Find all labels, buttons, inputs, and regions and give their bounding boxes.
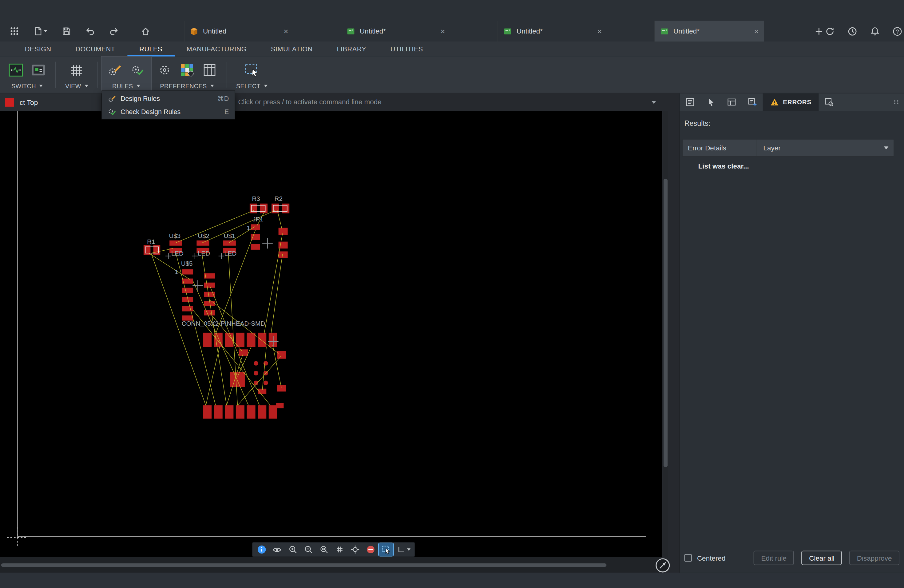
disapprove-button[interactable]: Disapprove [849,551,899,565]
menu-simulation[interactable]: SIMULATION [259,41,325,57]
rules-dropdown-menu: Design Rules ⌘D Check Design Rules E [101,90,235,119]
layer-filter-caret-icon[interactable] [884,146,888,149]
disable-stop-icon[interactable] [363,543,378,556]
tab-untitled-1[interactable]: Untitled × [184,21,293,42]
new-tab-icon[interactable] [814,25,823,38]
svg-text:U$1: U$1 [224,232,235,239]
visibility-eye-icon[interactable] [270,543,284,556]
grid-toggle-icon[interactable] [332,543,346,556]
marquee-select-tool-icon[interactable] [379,543,393,556]
toolbar-separator [55,62,56,88]
menu-library[interactable]: LIBRARY [325,41,379,57]
edit-rule-button[interactable]: Edit rule [754,551,794,565]
board-doc-icon [660,27,669,35]
rules-group[interactable]: RULES [101,57,151,93]
vertical-scrollbar[interactable] [663,111,668,557]
view-grid-icon[interactable] [69,62,85,78]
switch-schematic-icon[interactable] [8,62,24,78]
column-error-details[interactable]: Error Details [683,144,756,152]
zoom-selection-icon[interactable] [316,543,331,556]
svg-text:R1: R1 [147,238,155,245]
errors-table-header: Error Details Layer [682,139,894,157]
rules-label: RULES [112,82,133,90]
select-group[interactable]: SELECT [230,57,273,93]
design-rules-icon[interactable] [107,62,123,78]
gear-icon[interactable] [156,62,172,78]
svg-text:R3: R3 [252,195,260,202]
recent-activity-icon[interactable] [846,25,858,38]
menu-item-label: Check Design Rules [120,108,180,115]
horizontal-scrollbar[interactable] [0,557,662,573]
zoom-out-icon[interactable] [301,543,316,556]
results-label: Results: [684,119,711,127]
tab-close-icon[interactable]: × [597,27,602,35]
navigation-compass-icon[interactable] [655,558,671,573]
display-columns-icon[interactable] [202,62,217,78]
tab-untitled-3[interactable]: Untitled* × [498,21,607,42]
panel-overflow-grip-icon[interactable] [893,100,904,105]
switch-label: SWITCH [11,82,36,90]
column-layer[interactable]: Layer [756,144,884,152]
menu-rules[interactable]: RULES [127,41,174,57]
design-rules-mini-icon [108,95,116,103]
info-icon[interactable] [254,543,269,556]
file-menu-icon[interactable] [32,25,49,38]
menu-manufacturing[interactable]: MANUFACTURING [174,41,259,57]
menu-item-label: Design Rules [120,95,160,102]
tab-close-icon[interactable]: × [283,27,288,35]
zoom-in-icon[interactable] [285,543,300,556]
command-line-placeholder: Click or press / to activate command lin… [238,98,381,106]
layer-selector[interactable]: ct Top [0,93,101,111]
view-group[interactable]: VIEW [59,57,94,93]
notifications-bell-icon[interactable] [868,25,881,38]
horizontal-scrollbar-thumb[interactable] [1,563,607,567]
svg-text:LED: LED [198,250,210,257]
crosshair-icon[interactable] [348,543,362,556]
canvas-toolbar [252,542,415,557]
route-angle-icon[interactable] [395,543,413,556]
switch-group[interactable]: SWITCH [2,57,52,93]
menu-item-design-rules[interactable]: Design Rules ⌘D [102,92,235,105]
svg-text:1: 1 [175,268,178,275]
add-board-tab-icon[interactable] [742,93,763,111]
menu-item-check-design-rules[interactable]: Check Design Rules E [102,105,235,118]
tab-untitled-2[interactable]: Untitled* × [341,21,450,42]
panel-tab-strip: ERRORS [680,93,904,111]
svg-text:LED: LED [224,250,237,257]
menu-utilities[interactable]: UTILITIES [379,41,435,57]
menu-design[interactable]: DESIGN [13,41,63,57]
centered-checkbox[interactable] [684,554,692,561]
command-line-caret-icon[interactable] [651,101,656,104]
layers-tab-icon[interactable] [680,93,701,111]
tab-close-icon[interactable]: × [754,27,759,35]
toolbar-separator [226,62,227,88]
tab-untitled-4-active[interactable]: Untitled* × [654,21,764,42]
svg-text:R2: R2 [275,195,283,202]
menu-document[interactable]: DOCUMENT [63,41,127,57]
pcb-canvas[interactable]: R3R2JP11U$3U$2U$1R1LEDLEDLEDU$51CONN_05X… [0,111,662,557]
help-icon[interactable]: ? [891,25,903,38]
switch-board-icon[interactable] [30,62,46,78]
marquee-select-icon[interactable] [243,62,260,78]
tab-close-icon[interactable]: × [440,27,445,35]
home-icon[interactable] [139,25,152,38]
preferences-group[interactable]: PREFERENCES [151,57,223,93]
job-status-icon[interactable] [823,25,836,38]
object-list-tab-icon[interactable] [721,93,742,111]
save-icon[interactable] [60,25,73,38]
check-design-rules-icon[interactable] [130,62,145,78]
selection-tab-icon[interactable] [700,93,721,111]
clear-all-button[interactable]: Clear all [801,551,842,565]
drc-inspect-tab-icon[interactable] [819,93,840,111]
redo-icon[interactable] [107,25,120,38]
app-grid-icon[interactable] [8,25,21,38]
layer-colors-icon[interactable] [179,62,194,78]
board-svg: R3R2JP11U$3U$2U$1R1LEDLEDLEDU$51CONN_05X… [0,111,662,557]
tab-errors[interactable]: ERRORS [763,93,819,111]
vertical-scrollbar-thumb[interactable] [664,179,667,467]
chevron-down-icon [407,548,410,551]
svg-text:CONN_05X2-PINHEAD-SMD: CONN_05X2-PINHEAD-SMD [182,320,265,327]
undo-icon[interactable] [84,25,96,38]
document-tabs: Untitled × Untitled* × Untitled* × Untit… [184,21,811,42]
svg-text:JP1: JP1 [253,216,264,223]
